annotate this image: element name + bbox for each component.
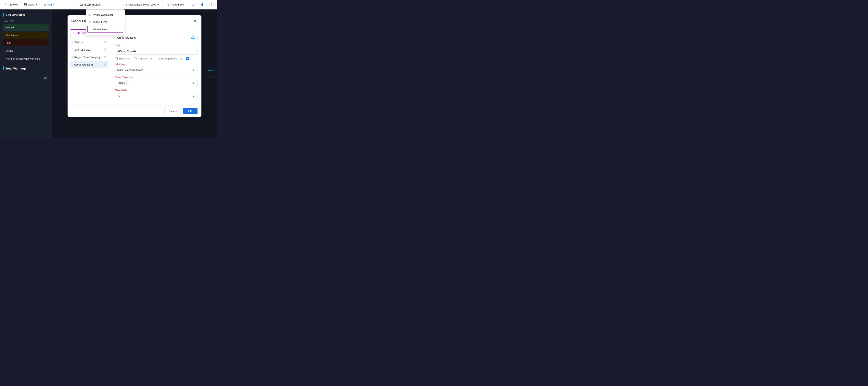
add-chevron-icon: ▼ — [53, 4, 55, 6]
responsive-mode-button[interactable]: 🖥 Responsive Mode: Web ▼ — [124, 2, 161, 7]
checkbox-row: Hide Title Visible on Pa... Accepting Ex… — [115, 57, 197, 60]
delete-group-grouping-icon[interactable]: 🗑 — [104, 63, 107, 66]
accepting-external-checkbox-item: Accepting External Par... — [158, 57, 188, 60]
hide-title-checkbox-item: Hide Title — [115, 57, 129, 60]
delete-site-type-list-icon[interactable]: 🗑 — [104, 48, 107, 51]
chart-icon-button[interactable]: 📈 — [190, 2, 197, 7]
widget-container-item[interactable]: ⊞ Widget/Container — [86, 11, 125, 18]
warnings-value: -- — [45, 58, 46, 60]
save-label: Save — [28, 3, 34, 6]
accepting-external-checkbox[interactable] — [186, 57, 189, 60]
visible-on-page-checkbox-item: Visible on Pa... — [134, 57, 154, 60]
total-warnings-section: Total Warnings ≡↕ — [3, 66, 49, 80]
fault-value: -- — [45, 41, 47, 44]
none-tag-label: None — [119, 82, 125, 85]
title-input[interactable] — [117, 36, 191, 39]
expand-icon-button[interactable]: ⛶ — [208, 2, 213, 7]
global-filter-item[interactable]: ⏢ Global Filter — [87, 26, 123, 33]
total-warnings-accent — [3, 66, 4, 70]
fault-label: Fault — [5, 41, 11, 44]
preview-label: Preview — [8, 3, 18, 6]
sidebar-header: Site Overview — [3, 12, 49, 17]
offline-value: -- — [45, 50, 46, 52]
chart-icon: 📈 — [192, 3, 195, 6]
filter-label-site-list: Site List — [74, 41, 84, 44]
key-input[interactable] — [117, 50, 195, 53]
delete-site-list-icon[interactable]: 🗑 — [104, 40, 107, 44]
modal-overlay: Global Filter ✕ + Add Filter ≡ — [52, 9, 217, 138]
visible-on-page-label: Visible on Pa... — [138, 57, 154, 60]
modal-footer: Cancel OK — [67, 105, 202, 117]
expand-icon: ⛶ — [209, 3, 212, 6]
toolbar: 👁 Preview 💾 Save ▼ ⊞ Add ▼ Wind Workbenc… — [0, 0, 217, 9]
add-button[interactable]: ⊞ Add ▼ — [42, 2, 57, 8]
responsive-icon: 🖥 — [125, 3, 128, 6]
save-chevron-icon: ▼ — [35, 4, 37, 6]
ok-button[interactable]: OK — [183, 108, 197, 115]
add-label: Add — [47, 3, 52, 6]
filter-item-site-type-list[interactable]: ≡ Site Type List 🗑 — [70, 46, 108, 53]
preview-icon: 👁 — [5, 3, 7, 6]
main-content: Site Overview Total Sites Normal -- Main… — [0, 9, 217, 138]
stat-row-maintenance: Maintenance -- — [3, 32, 49, 39]
list-view-icon: ≡↕ — [44, 76, 48, 80]
drag-icon-site-type-list: ≡ — [71, 48, 73, 51]
filter-item-group-grouping[interactable]: ≡ Group Grouping 🗑 — [70, 61, 108, 68]
preview-button[interactable]: 👁 Preview — [3, 2, 19, 7]
stat-row-warnings: Number of sites with warnings -- — [3, 55, 49, 62]
default-selection-chevron-icon: ▼ — [193, 82, 195, 85]
widget-container-icon: ⊞ — [89, 13, 91, 17]
sidebar: Site Overview Total Sites Normal -- Main… — [0, 9, 52, 138]
delete-region-type-grouping-icon[interactable]: 🗑 — [104, 56, 107, 59]
sidebar-accent — [3, 12, 4, 17]
widget-filter-label: Widget Filter — [93, 21, 107, 24]
maintenance-value: -- — [45, 34, 47, 37]
filter-type-value: Multi-Select Dropdown — [117, 68, 143, 71]
filter-list-panel: + Add Filter ≡ Site List 🗑 — [67, 27, 111, 105]
filter-type-select[interactable]: Multi-Select Dropdown ▼ — [115, 67, 197, 73]
total-warnings-title: Total Warnings — [5, 67, 27, 70]
save-icon: 💾 — [24, 3, 27, 6]
add-filter-icon: + — [73, 31, 74, 34]
offline-label: Offline — [6, 49, 13, 52]
filter-item-site-list[interactable]: ≡ Site List 🗑 — [70, 39, 108, 46]
responsive-label: Responsive Mode: Web — [129, 3, 156, 6]
toolbar-right: 🖥 Responsive Mode: Web ▼ ⊡ Hidden Box 📈 … — [124, 2, 213, 7]
site-overview-title: Site Overview — [5, 13, 25, 17]
visible-on-page-checkbox[interactable] — [134, 57, 136, 60]
content-area: ⊞ Widget/Container ⏢ Widget Filter ⏢ Glo… — [52, 9, 217, 138]
filter-width-chevron-icon: ▼ — [193, 95, 195, 98]
filter-type-label: Filter Type — [115, 63, 197, 66]
drag-icon-group-grouping: ≡ — [71, 63, 73, 66]
add-filter-label: Add Filter — [75, 31, 87, 34]
hide-title-checkbox[interactable] — [115, 57, 118, 60]
filter-label-site-type-list: Site Type List — [74, 48, 90, 51]
save-button[interactable]: 💾 Save ▼ — [22, 2, 39, 7]
modal-body: + Add Filter ≡ Site List 🗑 — [67, 27, 202, 105]
none-tag-remove-icon[interactable]: ✕ — [126, 82, 127, 85]
widget-filter-icon: ⏢ — [89, 20, 91, 24]
hidden-box-icon: ⊡ — [167, 3, 169, 6]
stat-row-fault: Fault -- — [3, 39, 49, 46]
widget-filter-item[interactable]: ⏢ Widget Filter — [86, 18, 125, 25]
drag-icon-site-list: ≡ — [71, 41, 73, 43]
cancel-button[interactable]: Cancel — [164, 108, 181, 115]
stat-row-offline: Offline -- — [3, 47, 49, 54]
drag-icon-region-type-grouping: ≡ — [71, 56, 73, 59]
warnings-label: Number of sites with warnings — [6, 57, 40, 60]
filter-item-region-type-grouping[interactable]: ≡ Region Type Grouping 🗑 — [70, 54, 108, 61]
filter-width-select[interactable]: 1x ▼ — [115, 93, 197, 99]
filter-label-region-type-grouping: Region Type Grouping — [74, 56, 100, 59]
key-field[interactable] — [115, 48, 197, 55]
global-filter-icon: ⏢ — [90, 28, 91, 31]
modal-close-button[interactable]: ✕ — [192, 19, 197, 24]
app-title: Wind Workbench — [60, 3, 121, 6]
default-selection-label: Default Selection — [115, 76, 197, 79]
total-sites-label: Total Sites — [3, 20, 49, 23]
responsive-chevron-icon: ▼ — [157, 4, 159, 6]
title-field[interactable]: 🌐 — [115, 34, 197, 41]
default-selection-field[interactable]: None ✕ ▼ — [115, 80, 197, 86]
profile-icon-button[interactable]: 👤 — [199, 2, 206, 7]
toolbar-divider — [163, 3, 163, 7]
hidden-box-button[interactable]: ⊡ Hidden Box — [166, 2, 185, 7]
